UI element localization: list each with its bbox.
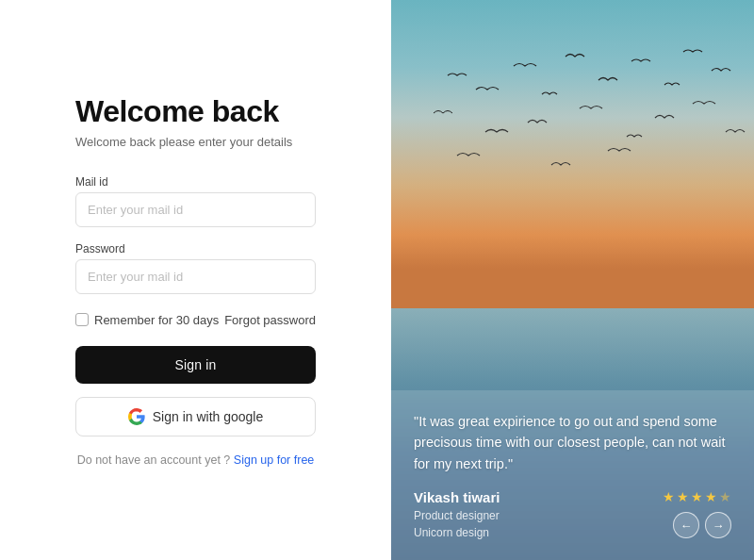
star-5: ★ <box>719 489 731 504</box>
rating-stars: ★ ★ ★ ★ ★ <box>663 489 731 504</box>
google-signin-label: Sign in with google <box>153 409 264 424</box>
star-1: ★ <box>663 489 675 504</box>
star-4: ★ <box>705 489 717 504</box>
password-input[interactable] <box>75 259 316 294</box>
author-name: Vikash tiwari <box>414 489 500 505</box>
welcome-subtitle: Welcome back please enter your details <box>75 135 316 149</box>
form-options: Remember for 30 days Forgot password <box>75 313 316 327</box>
right-panel: "It was great expirience to go out and s… <box>391 0 754 560</box>
remember-checkbox[interactable] <box>75 313 89 326</box>
birds-svg <box>391 0 754 349</box>
remember-label[interactable]: Remember for 30 days <box>75 313 219 327</box>
next-testimonial-button[interactable]: → <box>705 512 731 538</box>
testimonial-author-row: Vikash tiwari Product designer Unicorn d… <box>414 489 731 541</box>
google-signin-button[interactable]: Sign in with google <box>75 397 316 436</box>
remember-text: Remember for 30 days <box>94 313 219 327</box>
testimonial-quote: "It was great expirience to go out and s… <box>414 411 731 474</box>
testimonial-author: Vikash tiwari Product designer Unicorn d… <box>414 489 500 541</box>
email-field-group: Mail id <box>75 175 316 227</box>
testimonial-controls: ★ ★ ★ ★ ★ ← → <box>663 489 731 538</box>
prev-testimonial-button[interactable]: ← <box>673 512 699 538</box>
star-3: ★ <box>691 489 703 504</box>
signup-link[interactable]: Sign up for free <box>234 453 314 467</box>
nav-buttons: ← → <box>673 512 731 538</box>
forgot-password-button[interactable]: Forgot password <box>224 313 316 327</box>
email-input[interactable] <box>75 192 316 227</box>
testimonial-overlay: "It was great expirience to go out and s… <box>391 390 754 560</box>
email-label: Mail id <box>75 175 316 189</box>
google-icon <box>128 408 145 425</box>
left-panel: Welcome back Welcome back please enter y… <box>0 0 391 560</box>
page-title: Welcome back <box>75 94 316 129</box>
password-label: Password <box>75 242 316 255</box>
signup-prompt: Do not have an account yet ? Sign up for… <box>75 453 316 467</box>
signup-prompt-text: Do not have an account yet ? <box>77 453 231 467</box>
sign-in-button[interactable]: Sign in <box>75 346 316 384</box>
star-2: ★ <box>677 489 689 504</box>
password-field-group: Password <box>75 242 316 294</box>
author-role: Product designer Unicorn design <box>414 507 500 541</box>
